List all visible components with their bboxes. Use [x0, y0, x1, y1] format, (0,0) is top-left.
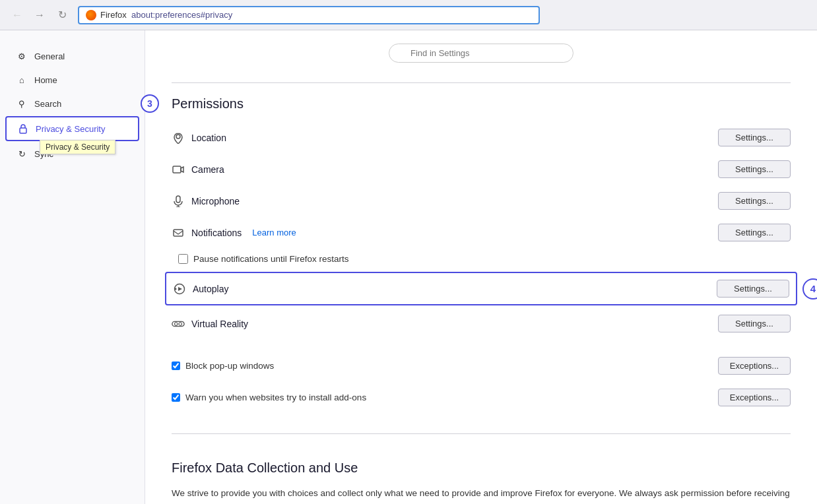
camera-settings-button[interactable]: Settings...: [718, 160, 791, 178]
warn-addons-text: Warn you when websites try to install ad…: [185, 393, 366, 402]
browser-chrome: ← → ↻ Firefox about:preferences#privacy: [0, 0, 817, 30]
microphone-settings-button[interactable]: Settings...: [718, 192, 791, 210]
sidebar-label-privacy: Privacy & Security: [36, 124, 105, 134]
firefox-icon: [86, 10, 96, 20]
firefox-label: Firefox: [100, 10, 127, 20]
svg-point-9: [175, 288, 177, 290]
pause-notifications-checkbox[interactable]: [178, 254, 188, 264]
sidebar: ⚙ General ⌂ Home ⚲ Search 3: [0, 30, 145, 504]
home-icon: ⌂: [16, 74, 28, 86]
block-popups-exceptions-button[interactable]: Exceptions...: [718, 357, 791, 375]
virtual-reality-row: Virtual Reality Settings...: [172, 308, 791, 340]
find-bar: 🔍: [172, 44, 791, 63]
lock-icon: [17, 123, 29, 135]
block-popups-text: Block pop-up windows: [185, 361, 274, 371]
url-display: about:preferences#privacy: [131, 10, 232, 20]
notifications-text: Notifications: [191, 228, 242, 238]
forward-button[interactable]: →: [30, 6, 49, 24]
notifications-settings-button[interactable]: Settings...: [718, 224, 791, 241]
svg-rect-10: [172, 321, 184, 326]
privacy-tooltip: Privacy & Security: [40, 140, 115, 154]
autoplay-label: Autoplay: [173, 282, 717, 296]
top-divider: [172, 82, 791, 83]
warn-addons-row: Warn you when websites try to install ad…: [172, 382, 791, 414]
block-popups-section: Block pop-up windows Exceptions... Warn …: [172, 350, 791, 414]
warn-addons-exceptions-button[interactable]: Exceptions...: [718, 389, 791, 406]
badge-3: 3: [141, 94, 159, 113]
svg-point-1: [176, 135, 180, 139]
data-section-divider: [172, 433, 791, 434]
reload-button[interactable]: ↻: [53, 6, 71, 24]
svg-rect-3: [176, 196, 180, 203]
sidebar-search-wrapper: ⚲ Search 3: [0, 92, 145, 115]
address-bar[interactable]: Firefox about:preferences#privacy: [78, 6, 540, 24]
find-wrapper: 🔍: [389, 44, 573, 63]
notifications-icon: [172, 226, 185, 239]
location-label: Location: [172, 131, 718, 144]
virtual-reality-label: Virtual Reality: [172, 317, 718, 331]
sync-icon: ↻: [16, 148, 28, 160]
sidebar-item-home[interactable]: ⌂ Home: [5, 69, 139, 91]
autoplay-row: Autoplay Settings...: [165, 272, 797, 305]
data-collection-title: Firefox Data Collection and Use: [172, 460, 791, 476]
warn-addons-label: Warn you when websites try to install ad…: [172, 393, 718, 402]
block-popups-row: Block pop-up windows Exceptions...: [172, 350, 791, 382]
badge-4: 4: [802, 278, 817, 299]
microphone-label: Microphone: [172, 195, 718, 208]
svg-point-12: [179, 322, 182, 325]
warn-addons-checkbox[interactable]: [172, 393, 180, 402]
data-collection-section: Firefox Data Collection and Use We striv…: [172, 460, 791, 504]
svg-rect-2: [173, 166, 181, 173]
autoplay-settings-button[interactable]: Settings...: [717, 280, 789, 298]
camera-row: Camera Settings...: [172, 154, 791, 185]
sidebar-label-general: General: [34, 51, 65, 61]
back-button[interactable]: ←: [8, 6, 26, 24]
gear-icon: ⚙: [16, 50, 28, 62]
location-text: Location: [191, 133, 226, 143]
sidebar-item-general[interactable]: ⚙ General: [5, 45, 139, 67]
find-input[interactable]: [389, 44, 573, 63]
content-area: 🔍 Permissions Location Settings...: [145, 30, 817, 504]
camera-icon: [172, 163, 185, 176]
sidebar-label-home: Home: [34, 75, 57, 85]
svg-rect-6: [174, 230, 183, 236]
sidebar-privacy-wrapper: Privacy & Security Privacy & Security: [0, 116, 145, 141]
svg-marker-8: [178, 287, 182, 291]
autoplay-text: Autoplay: [193, 284, 228, 294]
address-text: Firefox about:preferences#privacy: [100, 10, 232, 20]
notifications-label: Notifications Learn more: [172, 226, 718, 239]
block-popups-label: Block pop-up windows: [172, 361, 718, 371]
block-popups-checkbox[interactable]: [172, 362, 180, 370]
autoplay-icon: [173, 282, 186, 296]
location-row: Location Settings...: [172, 122, 791, 154]
nav-buttons: ← → ↻: [8, 6, 71, 24]
microphone-icon: [172, 195, 185, 208]
sidebar-item-search[interactable]: ⚲ Search: [5, 92, 139, 115]
camera-text: Camera: [191, 164, 224, 175]
vr-icon: [172, 317, 185, 331]
pause-notifications-label: Pause notifications until Firefox restar…: [193, 254, 349, 264]
vr-text: Virtual Reality: [191, 319, 248, 329]
svg-rect-0: [20, 128, 26, 133]
notifications-learn-more[interactable]: Learn more: [252, 228, 296, 237]
sidebar-item-privacy[interactable]: Privacy & Security: [5, 116, 139, 141]
camera-label: Camera: [172, 163, 718, 176]
sidebar-label-search: Search: [34, 99, 61, 109]
permissions-title: Permissions: [172, 96, 791, 111]
location-settings-button[interactable]: Settings...: [718, 129, 791, 146]
main-container: ⚙ General ⌂ Home ⚲ Search 3: [0, 30, 817, 504]
vr-settings-button[interactable]: Settings...: [718, 315, 791, 332]
svg-point-11: [175, 322, 178, 325]
pause-notifications-row: Pause notifications until Firefox restar…: [172, 249, 791, 269]
location-icon: [172, 131, 185, 144]
search-icon: ⚲: [16, 98, 28, 110]
data-collection-description: We strive to provide you with choices an…: [172, 486, 791, 504]
autoplay-wrapper: Autoplay Settings... 4: [172, 272, 791, 305]
notifications-row: Notifications Learn more Settings...: [172, 217, 791, 249]
microphone-text: Microphone: [191, 196, 240, 206]
microphone-row: Microphone Settings...: [172, 185, 791, 217]
